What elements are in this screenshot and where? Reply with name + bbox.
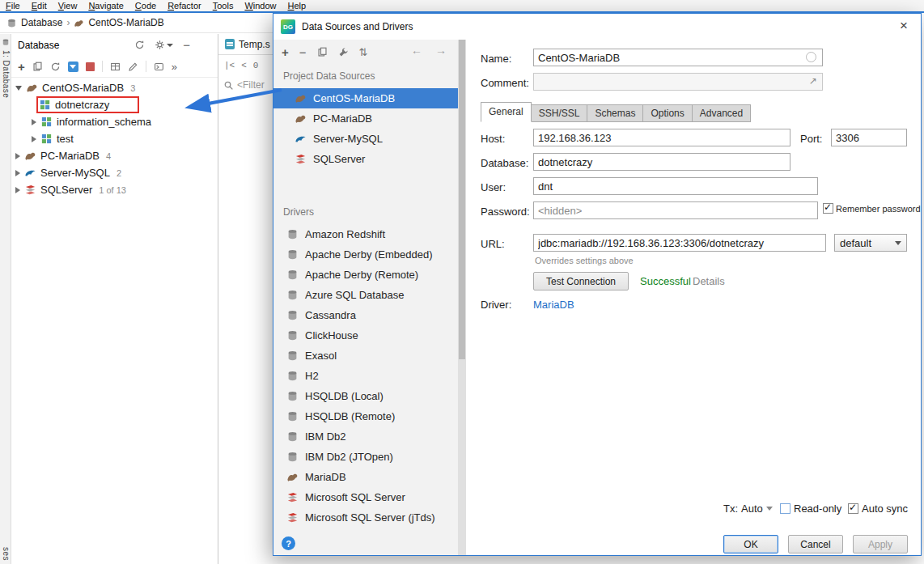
driver-item[interactable]: Azure SQL Database	[273, 285, 458, 305]
sync-icon[interactable]	[134, 40, 145, 50]
more-icon[interactable]: »	[172, 61, 177, 72]
driver-item[interactable]: H2	[273, 366, 458, 386]
help-icon[interactable]: ?	[282, 536, 295, 550]
driver-item[interactable]: IBM Db2 (JTOpen)	[273, 447, 458, 467]
forward-icon[interactable]: →	[435, 44, 447, 57]
wrench-icon[interactable]	[338, 47, 349, 57]
tab-options[interactable]: Options	[642, 104, 692, 122]
sort-icon[interactable]: ⇅	[359, 46, 368, 58]
chevron-right-icon[interactable]	[32, 136, 36, 142]
schema-icon	[40, 133, 53, 145]
database-toolbar: + »	[11, 56, 218, 78]
back-icon[interactable]: ←	[411, 44, 422, 57]
menu-tools[interactable]: Tools	[207, 0, 239, 11]
sources-header: Project Data Sources	[283, 70, 375, 82]
submit-icon[interactable]	[68, 61, 78, 72]
refresh-icon[interactable]	[50, 61, 61, 72]
driver-item[interactable]: Amazon Redshift	[273, 224, 458, 244]
database-input[interactable]	[533, 153, 790, 171]
apply-button[interactable]: Apply	[853, 535, 908, 553]
host-input[interactable]	[533, 129, 790, 146]
driver-item[interactable]: Microsoft SQL Server (jTds)	[273, 507, 458, 528]
user-label: User:	[481, 181, 506, 193]
source-item-server-mysql[interactable]: Server-MySQL	[273, 129, 458, 149]
edit-icon[interactable]	[128, 61, 138, 72]
scrollbar-thumb[interactable]	[459, 40, 465, 359]
test-connection-button[interactable]: Test Connection	[533, 272, 629, 290]
menu-code[interactable]: Code	[129, 0, 162, 11]
breadcrumb-datasource[interactable]: CentOS-MariaDB	[88, 17, 163, 28]
driver-link[interactable]: MariaDB	[533, 299, 574, 311]
user-input[interactable]	[533, 177, 818, 195]
source-item-pc-mariadb[interactable]: PC-MariaDB	[273, 108, 458, 129]
chevron-right-icon[interactable]	[15, 153, 20, 159]
menu-file[interactable]: File	[0, 0, 26, 11]
scrollbar-track[interactable]	[458, 40, 466, 555]
close-icon[interactable]: ×	[887, 14, 921, 38]
duplicate-icon[interactable]	[32, 61, 43, 72]
menu-navigate[interactable]: Navigate	[83, 0, 129, 11]
menu-edit[interactable]: Edit	[26, 0, 53, 11]
source-item-sqlserver[interactable]: SQLServer	[273, 149, 458, 169]
details-link[interactable]: Details	[693, 275, 725, 287]
driver-item[interactable]: Exasol	[273, 346, 458, 366]
tree-row-server-mysql[interactable]: Server-MySQL 2	[11, 164, 218, 181]
tab-ssh-ssl[interactable]: SSH/SSL	[531, 104, 588, 122]
cancel-button[interactable]: Cancel	[788, 535, 843, 553]
ok-button[interactable]: OK	[723, 535, 778, 553]
driver-item[interactable]: MariaDB	[273, 467, 458, 487]
tree-row-pc-mariadb[interactable]: PC-MariaDB 4	[11, 147, 218, 164]
remember-password-checkbox[interactable]: Remember password	[823, 203, 921, 214]
chevron-right-icon[interactable]	[15, 187, 20, 193]
driver-item[interactable]: Apache Derby (Embedded)	[273, 244, 458, 265]
dialog-title-bar[interactable]: DG Data Sources and Drivers	[273, 14, 921, 40]
read-only-checkbox[interactable]: Read-only	[780, 503, 841, 515]
expand-icon[interactable]: ↗	[809, 75, 817, 87]
scroll-prev-icon[interactable]: <	[241, 61, 247, 70]
menu-window[interactable]: Window	[239, 0, 282, 11]
bottom-tool-button[interactable]: ses	[0, 547, 11, 561]
driver-item[interactable]: IBM Db2	[273, 426, 458, 447]
tree-row-sqlserver[interactable]: SQLServer 1 of 13	[11, 181, 218, 198]
chevron-down-icon[interactable]	[15, 86, 22, 91]
url-preset-dropdown[interactable]: default	[834, 234, 907, 252]
tab-schemas[interactable]: Schemas	[587, 104, 643, 122]
breadcrumb-database[interactable]: Database	[21, 17, 62, 28]
url-input[interactable]	[533, 234, 826, 252]
tab-general[interactable]: General	[481, 102, 532, 122]
source-item-centos-mariadb[interactable]: CentOS-MariaDB	[273, 88, 458, 108]
editor-tab[interactable]: Temp.s	[218, 34, 273, 55]
console-icon[interactable]	[154, 61, 164, 72]
chevron-right-icon[interactable]	[15, 170, 20, 176]
remove-datasource-icon[interactable]: −	[299, 45, 307, 59]
menu-refactor[interactable]: Refactor	[162, 0, 207, 11]
tx-dropdown[interactable]: Tx: Auto	[723, 503, 773, 515]
driver-item[interactable]: Cassandra	[273, 305, 458, 325]
driver-item[interactable]: Microsoft SQL Server	[273, 487, 458, 507]
auto-sync-checkbox[interactable]: Auto sync	[848, 503, 908, 515]
add-datasource-icon[interactable]: +	[282, 45, 289, 59]
table-icon[interactable]	[110, 61, 121, 72]
stop-icon[interactable]	[86, 62, 95, 71]
chevron-right-icon[interactable]	[32, 119, 36, 125]
port-input[interactable]	[831, 129, 907, 146]
comment-input[interactable]	[533, 73, 823, 91]
hide-panel-button[interactable]: −	[183, 39, 190, 51]
dialog-left-panel: + − ⇅ ← → Project Data Sources CentOS-Ma…	[273, 40, 458, 555]
add-icon[interactable]: +	[18, 61, 25, 73]
menu-help[interactable]: Help	[282, 0, 312, 11]
driver-item[interactable]: ClickHouse	[273, 325, 458, 346]
checkbox-checked-icon	[823, 203, 833, 214]
tab-advanced[interactable]: Advanced	[692, 104, 751, 122]
name-input[interactable]	[533, 49, 823, 66]
tree-row-test[interactable]: test	[11, 130, 218, 147]
menu-view[interactable]: View	[53, 0, 83, 11]
driver-item[interactable]: Apache Derby (Remote)	[273, 265, 458, 285]
password-input[interactable]	[533, 201, 818, 219]
duplicate-icon[interactable]	[317, 47, 328, 57]
driver-item[interactable]: HSQLDB (Local)	[273, 386, 458, 406]
gear-menu-button[interactable]	[155, 40, 173, 50]
database-tool-button[interactable]: 1: Database	[0, 50, 11, 98]
driver-item[interactable]: HSQLDB (Remote)	[273, 406, 458, 426]
scroll-first-icon[interactable]: |<	[224, 61, 235, 70]
